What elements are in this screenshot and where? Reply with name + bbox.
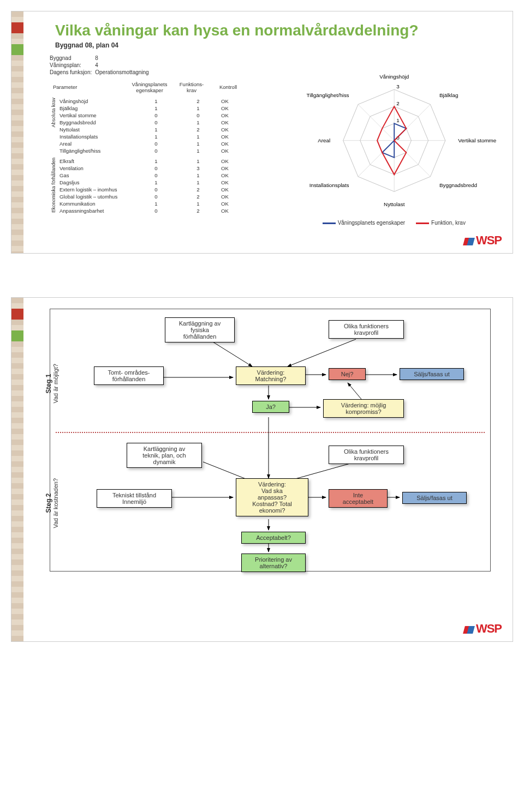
legend-label-red: Funktion, krav: [431, 220, 466, 226]
box-prioritering: Prioritering av alternativ?: [241, 554, 306, 572]
table-row: Ventilation03OK: [56, 165, 252, 172]
box-vardering-anpassas: Värdering: Vad ska anpassas? Kostnad? To…: [236, 478, 308, 516]
box-kartlaggning-fysiska: Kartläggning av fysiska förhållanden: [165, 317, 235, 342]
box-tomt-omrade: Tomt- områdes- förhållanden: [94, 366, 164, 385]
table-row: Byggnadsbredd01OK: [56, 119, 252, 126]
box-funktioners-kravprofil-2: Olika funktioners kravprofil: [329, 446, 404, 464]
legend-swatch-blue: [323, 222, 336, 224]
table-row: Global logistik – utomhus02OK: [56, 193, 252, 200]
slide1-subtitle: Byggnad 08, plan 04: [55, 41, 496, 49]
box-acceptabelt: Acceptabelt?: [241, 532, 306, 544]
group1-label: Absoluta krav: [50, 98, 56, 128]
box-tekniskt-tillstand: Tekniskt tillstånd Innemiljö: [97, 489, 172, 508]
box-kompromiss: Värdering: möjlig kompromiss?: [323, 399, 404, 418]
table-row: Elkraft11OK: [56, 158, 252, 165]
wsp-flag-icon: [463, 626, 475, 634]
meta-table: Byggnad8 Våningsplan:4 Dagens funksjon:O…: [50, 55, 152, 76]
svg-line-26: [209, 339, 252, 366]
flowchart: Steg 1Vad är möjligt? Steg 2Vad är kostn…: [50, 309, 491, 572]
svg-text:2: 2: [396, 100, 399, 106]
svg-text:3: 3: [396, 83, 400, 89]
svg-text:Vertikal stomme: Vertikal stomme: [458, 137, 496, 143]
table-row: Installationsplats11OK: [56, 133, 252, 140]
table-row: Tillgänglighet/hiss01OK: [56, 147, 252, 154]
param-group-absoluta: Absoluta krav Våningshöjd12OK Bjälklag11…: [50, 98, 287, 158]
svg-line-17: [358, 104, 394, 140]
chart-legend: Våningsplanets egenskaper Funktion, krav: [292, 220, 496, 226]
svg-text:Byggnadsbredd: Byggnadsbredd: [439, 182, 477, 188]
group2-table: Elkraft11OK Ventilation03OK Gas01OK Dags…: [56, 158, 252, 214]
param-header-table: Parameter Våningsplanets egenskaper Funk…: [50, 80, 245, 94]
wsp-flag-icon: [463, 238, 475, 245]
svg-text:Areal: Areal: [318, 137, 330, 143]
param-group-ekonomiska: Ekonomiska förhållanden Elkraft11OK Vent…: [50, 158, 287, 218]
table-row: Kommunikation11OK: [56, 200, 252, 207]
table-row: Anpassningsbarhet02OK: [56, 207, 252, 214]
box-inte-acceptabelt: Inte acceptabelt: [329, 489, 388, 508]
sidebar-accent-red: [11, 22, 23, 33]
table-row: Nyttolast12OK: [56, 126, 252, 133]
table-row: Areal01OK: [56, 140, 252, 147]
legend-swatch-red: [416, 222, 429, 224]
sidebar-accent-red: [11, 309, 23, 320]
slide-2: Steg 1Vad är möjligt? Steg 2Vad är kostn…: [11, 297, 513, 642]
sidebar-accent-green: [11, 44, 23, 55]
box-saljs-2: Säljs/fasas ut: [402, 492, 467, 504]
table-row: Extern logistik – inomhus02OK: [56, 186, 252, 193]
svg-text:Nyttolast: Nyttolast: [384, 201, 405, 207]
svg-text:Tillgänglighet/hiss: Tillgänglighet/hiss: [306, 92, 349, 98]
svg-line-33: [348, 383, 361, 399]
wsp-logo: WSP: [464, 622, 502, 636]
svg-text:Våningshöjd: Våningshöjd: [379, 73, 409, 79]
box-nej: Nej?: [329, 368, 366, 380]
wsp-logo: WSP: [464, 233, 502, 248]
box-saljs-1: Säljs/fasas ut: [400, 368, 464, 380]
slide1-title: Vilka våningar kan hysa en normalvårdavd…: [55, 22, 496, 39]
svg-text:1: 1: [396, 117, 399, 123]
group2-label: Ekonomiska förhållanden: [50, 158, 56, 213]
svg-line-27: [288, 339, 356, 366]
svg-text:Installationsplats: Installationsplats: [309, 182, 349, 188]
table-row: Gas01OK: [56, 172, 252, 179]
table-row: Dagsljus11OK: [56, 179, 252, 186]
radar-chart: VåningshöjdBjälklagVertikal stommeByggna…: [292, 55, 496, 226]
svg-text:Bjälklag: Bjälklag: [439, 92, 458, 98]
box-kartlaggning-teknik: Kartläggning av teknik, plan, och dynami…: [127, 443, 202, 468]
group1-table: Våningshöjd12OK Bjälklag11OK Vertikal st…: [56, 98, 252, 154]
box-vardering-matchning: Värdering: Matchning?: [236, 366, 306, 385]
slide-1: Vilka våningar kan hysa en normalvårdavd…: [11, 11, 513, 254]
table-row: Vertikal stomme00OK: [56, 112, 252, 119]
box-funktioners-kravprofil-1: Olika funktioners kravprofil: [329, 320, 404, 339]
box-ja: Ja?: [252, 401, 289, 413]
table-row: Bjälklag11OK: [56, 105, 252, 112]
legend-label-blue: Våningsplanets egenskaper: [338, 220, 405, 226]
sidebar-accent-green: [11, 330, 23, 341]
table-row: Våningshöjd12OK: [56, 98, 252, 105]
